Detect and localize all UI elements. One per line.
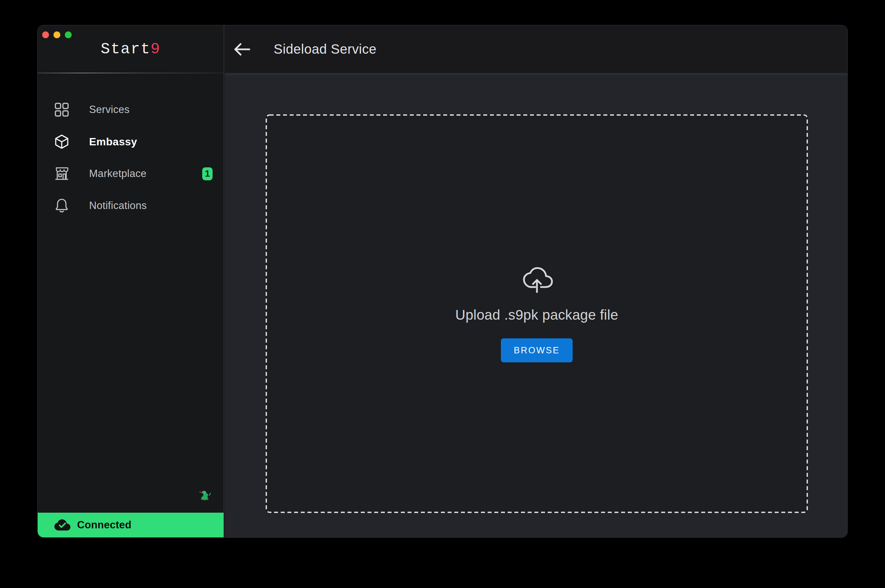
upload-dropzone[interactable]: Upload .s9pk package file BROWSE bbox=[266, 114, 808, 513]
back-button[interactable] bbox=[232, 40, 251, 59]
upload-prompt-group: Upload .s9pk package file BROWSE bbox=[266, 114, 808, 513]
upload-prompt-text: Upload .s9pk package file bbox=[455, 307, 618, 323]
sidebar-item-embassy[interactable]: Embassy bbox=[38, 126, 224, 158]
zoom-button[interactable] bbox=[65, 32, 72, 38]
minimize-button[interactable] bbox=[53, 32, 60, 38]
sidebar-item-services[interactable]: Services bbox=[38, 94, 224, 126]
sidebar-item-marketplace[interactable]: Marketplace 1 bbox=[38, 158, 224, 190]
arrow-back-icon bbox=[233, 42, 251, 56]
cloud-check-icon bbox=[54, 519, 71, 531]
sidebar-nav: Services Embassy bbox=[38, 94, 224, 222]
close-button[interactable] bbox=[42, 32, 49, 38]
connection-status: Connected bbox=[38, 513, 224, 537]
browse-button[interactable]: BROWSE bbox=[501, 338, 572, 362]
cube-icon bbox=[54, 134, 70, 150]
grid-icon bbox=[54, 102, 70, 118]
brand-logo: Start9 bbox=[38, 40, 224, 58]
main-panel: Sideload Service Upload .s9pk package fi… bbox=[225, 26, 847, 537]
logo-divider bbox=[38, 73, 224, 74]
sidebar-item-label: Embassy bbox=[89, 136, 137, 148]
window-controls bbox=[42, 32, 72, 38]
snake-icon bbox=[199, 490, 212, 500]
storefront-icon bbox=[54, 166, 70, 182]
status-label: Connected bbox=[77, 519, 131, 531]
bell-icon bbox=[54, 198, 70, 214]
sidebar-item-label: Services bbox=[89, 104, 129, 116]
cloud-upload-icon bbox=[521, 265, 553, 295]
sidebar: Start9 Services Em bbox=[38, 26, 224, 537]
brand-logo-main: Start bbox=[101, 40, 151, 58]
sidebar-item-notifications[interactable]: Notifications bbox=[38, 190, 224, 222]
page-header: Sideload Service bbox=[225, 26, 847, 73]
page-title: Sideload Service bbox=[274, 42, 376, 57]
sidebar-item-label: Marketplace bbox=[89, 168, 146, 180]
brand-logo-accent: 9 bbox=[151, 40, 161, 58]
sidebar-item-label: Notifications bbox=[89, 200, 147, 212]
app-window: Start9 Services Em bbox=[38, 25, 847, 538]
marketplace-badge: 1 bbox=[202, 167, 212, 180]
content-area: Upload .s9pk package file BROWSE bbox=[225, 73, 847, 537]
